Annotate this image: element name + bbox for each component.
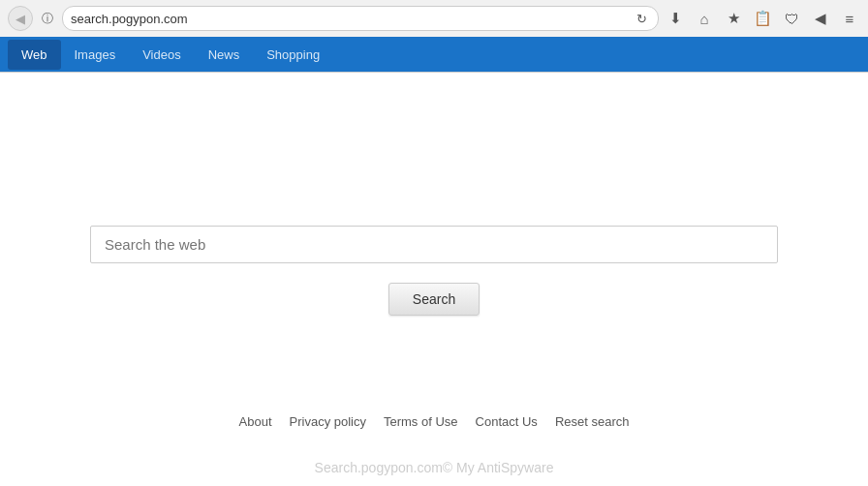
info-button[interactable]: ⓘ [39,10,56,27]
reading-icon: 📋 [754,10,772,27]
tab-web[interactable]: Web [8,40,61,70]
reload-button[interactable]: ↻ [633,10,650,27]
home-button[interactable]: ⌂ [694,8,715,29]
back-icon: ◀ [16,12,25,26]
menu-icon: ≡ [846,11,854,27]
menu-button[interactable]: ≡ [839,8,860,29]
reading-list-button[interactable]: 📋 [752,8,773,29]
search-button[interactable]: Search [388,283,480,316]
toolbar: ◀ ⓘ ↻ ⬇ ⌂ ★ 📋 🛡 [0,0,868,37]
download-icon: ⬇ [669,10,682,27]
page-content: Search About Privacy policy Terms of Use… [0,73,868,486]
tab-videos[interactable]: Videos [129,40,195,70]
footer-link-terms[interactable]: Terms of Use [384,414,458,429]
search-container: Search [90,226,778,316]
tab-images[interactable]: Images [61,40,130,70]
bookmarks-button[interactable]: ★ [723,8,744,29]
footer-link-about[interactable]: About [239,414,272,429]
toolbar-icons: ⬇ ⌂ ★ 📋 🛡 ◀ ≡ [665,8,860,29]
shield-button[interactable]: 🛡 [781,8,802,29]
info-icon: ⓘ [42,11,53,27]
address-bar-wrap: ↻ [62,6,659,31]
send-icon: ◀ [815,10,826,27]
send-button[interactable]: ◀ [810,8,831,29]
search-input[interactable] [91,227,777,262]
star-icon: ★ [728,10,740,27]
nav-tabs: Web Images Videos News Shopping [0,37,868,72]
footer-link-contact[interactable]: Contact Us [476,414,538,429]
search-input-wrap [90,226,778,263]
tab-shopping[interactable]: Shopping [253,40,333,70]
footer-link-privacy[interactable]: Privacy policy [290,414,366,429]
address-bar[interactable] [71,12,629,26]
reload-icon: ↻ [636,12,647,26]
shield-icon: 🛡 [785,11,799,27]
footer-links: About Privacy policy Terms of Use Contac… [239,414,630,429]
download-button[interactable]: ⬇ [665,8,686,29]
home-icon: ⌂ [699,11,708,27]
watermark: Search.pogypon.com© My AntiSpyware [315,460,554,475]
tab-news[interactable]: News [195,40,254,70]
back-button[interactable]: ◀ [8,6,33,31]
footer-link-reset[interactable]: Reset search [555,414,630,429]
browser-chrome: ◀ ⓘ ↻ ⬇ ⌂ ★ 📋 🛡 [0,0,868,73]
